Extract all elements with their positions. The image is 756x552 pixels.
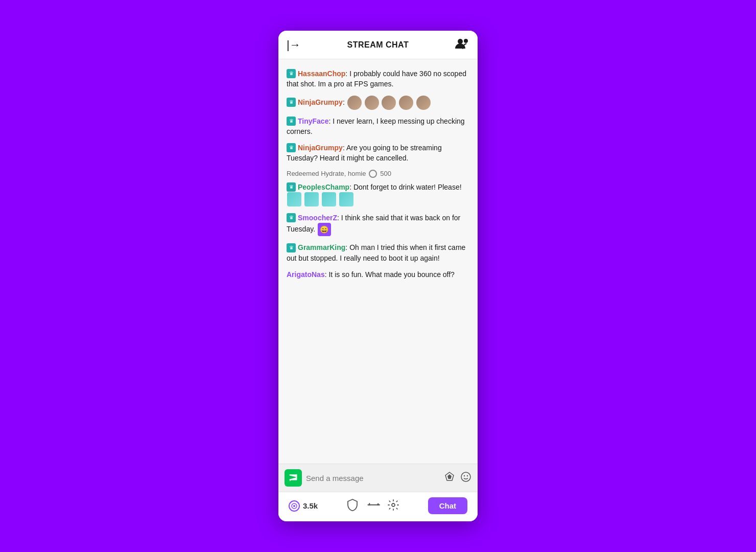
- chat-message: NinjaGrumpy:: [278, 93, 478, 113]
- svg-point-5: [464, 475, 465, 476]
- viewer-count: 3.5k: [289, 500, 318, 512]
- redemption-points: 500: [380, 170, 391, 177]
- back-icon[interactable]: |→: [287, 38, 301, 52]
- chat-message: HassaanChop: I probably could have 360 n…: [278, 65, 478, 93]
- emote: [399, 96, 413, 110]
- sword-icon[interactable]: [364, 497, 382, 515]
- send-icon-button[interactable]: [285, 469, 302, 487]
- chat-button[interactable]: Chat: [428, 497, 467, 514]
- emote: [339, 192, 353, 206]
- subscriber-badge: [287, 143, 296, 152]
- subscriber-badge: [287, 117, 296, 126]
- header-title: STREAM CHAT: [347, 40, 409, 50]
- svg-point-8: [293, 505, 295, 507]
- emote: 😄: [318, 223, 331, 236]
- emote: [347, 96, 362, 110]
- chat-message: PeoplesChamp: Dont forget to drink water…: [278, 179, 478, 210]
- chat-message: SmoocherZ: I think she said that it was …: [278, 210, 478, 239]
- redemption-text: Redeemed Hydrate, homie: [287, 170, 366, 177]
- input-right-icons: [444, 471, 471, 485]
- emote: [416, 96, 431, 110]
- message-text: : It is so fun. What made you bounce off…: [325, 270, 455, 279]
- bottom-icons: [347, 499, 399, 513]
- svg-marker-3: [447, 474, 452, 479]
- bottom-bar: 3.5k Cha: [278, 492, 478, 521]
- username-hassaanchop[interactable]: HassaanChop: [298, 70, 345, 78]
- redemption-row: Redeemed Hydrate, homie 500: [278, 167, 478, 179]
- message-text: : Dont forget to drink water! Please!: [349, 183, 461, 191]
- emote-picker-icon[interactable]: [460, 471, 471, 485]
- users-icon[interactable]: [455, 37, 469, 52]
- svg-point-13: [392, 503, 395, 507]
- stream-chat-header: |→ STREAM CHAT: [278, 31, 478, 59]
- username-tinyface[interactable]: TinyFace: [298, 117, 328, 125]
- shield-icon[interactable]: [347, 499, 358, 513]
- emote: [287, 192, 301, 206]
- phone-container: |→ STREAM CHAT HassaanChop: I probably c…: [278, 31, 478, 521]
- subscriber-badge: [287, 243, 296, 252]
- viewer-count-circle: [289, 500, 300, 512]
- emote: [365, 96, 379, 110]
- username-ninjagrumpy[interactable]: NinjaGrumpy: [298, 98, 343, 106]
- username-grammarking[interactable]: GrammarKing: [298, 243, 345, 251]
- message-input[interactable]: [306, 474, 440, 482]
- username-peopleschamp[interactable]: PeoplesChamp: [298, 183, 349, 191]
- username-ninjagrumpy2[interactable]: NinjaGrumpy: [298, 144, 343, 152]
- message-input-area: [278, 464, 478, 492]
- svg-point-0: [458, 39, 463, 44]
- subscriber-badge: [287, 69, 296, 78]
- bits-icon[interactable]: [444, 471, 455, 485]
- chat-message: TinyFace: I never learn, I keep messing …: [278, 113, 478, 140]
- settings-icon[interactable]: [388, 499, 399, 513]
- subscriber-badge: [287, 213, 296, 222]
- username-smoocherz[interactable]: SmoocherZ: [298, 214, 337, 222]
- svg-point-1: [464, 39, 468, 43]
- emote: [382, 96, 396, 110]
- svg-point-4: [461, 472, 470, 481]
- chat-area: HassaanChop: I probably could have 360 n…: [278, 59, 478, 464]
- emote: [304, 192, 319, 206]
- username-arigatonas[interactable]: ArigatoNas: [287, 270, 325, 279]
- emote: [322, 192, 336, 206]
- chat-message: GrammarKing: Oh man I tried this when it…: [278, 239, 478, 266]
- chat-message: ArigatoNas: It is so fun. What made you …: [278, 266, 478, 283]
- subscriber-badge: [287, 98, 296, 107]
- svg-point-6: [467, 475, 468, 476]
- viewer-count-text: 3.5k: [303, 501, 318, 510]
- message-text: :: [343, 98, 347, 106]
- svg-rect-12: [377, 503, 379, 505]
- chat-message: NinjaGrumpy: Are you going to be streami…: [278, 140, 478, 167]
- coin-icon: [369, 170, 377, 178]
- subscriber-badge: [287, 182, 296, 192]
